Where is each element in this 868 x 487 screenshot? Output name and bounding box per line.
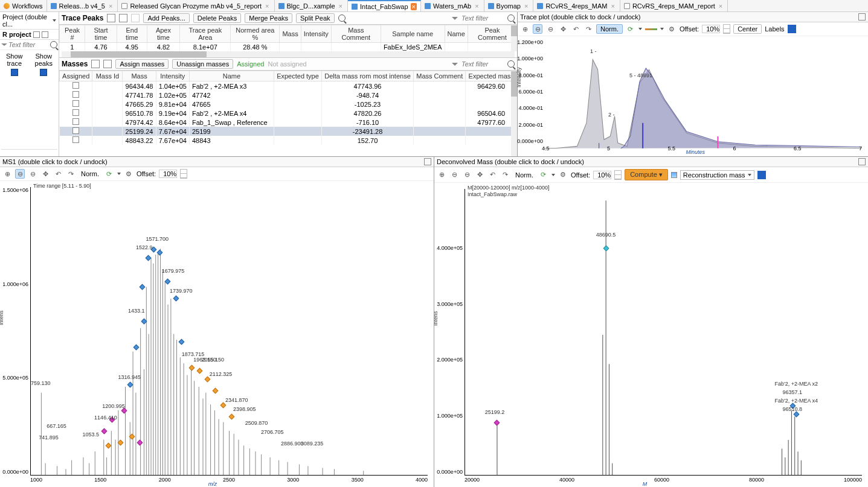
options-icon[interactable]	[131, 14, 140, 22]
col-header[interactable]: Start time	[85, 25, 117, 43]
ms1-plot-area[interactable]: Time range [5.11 - 5.90] 1.500e+06 1.000…	[0, 181, 434, 487]
deconv-plot-area[interactable]: M[20000-120000] m/z[1000-4000] Intact_Fa…	[434, 183, 868, 487]
close-icon[interactable]: ×	[523, 2, 529, 10]
col-header[interactable]: Intensity	[156, 71, 189, 81]
grid-icon[interactable]	[119, 14, 127, 22]
list-icon[interactable]	[107, 14, 115, 22]
col-header[interactable]: Peak #	[60, 25, 85, 43]
grid-icon[interactable]	[103, 60, 112, 68]
filter-icon[interactable]	[1, 43, 7, 46]
col-header[interactable]: Delta mass rom most intense	[322, 71, 414, 81]
tab-intact-fabswap[interactable]: Intact_FabSwap×	[348, 0, 421, 11]
search-icon[interactable]	[338, 14, 346, 22]
settings-icon[interactable]: ⚙	[124, 169, 133, 179]
trace-style-icon[interactable]	[645, 28, 657, 30]
list-icon[interactable]	[33, 31, 40, 38]
settings-icon[interactable]: ⚙	[558, 170, 568, 180]
col-header[interactable]: Assigned	[60, 71, 92, 81]
sidebar-filter-input[interactable]	[8, 41, 49, 48]
close-icon[interactable]: ×	[338, 2, 344, 10]
trace-filter-input[interactable]	[461, 14, 504, 22]
table-row[interactable]: 96434.481.04e+05Fab'2 , +2-MEA x347743.9…	[60, 81, 517, 91]
refresh-icon[interactable]: ⟳	[626, 24, 635, 34]
split-peak-button[interactable]: Split Peak	[296, 13, 335, 23]
chevron-down-icon[interactable]	[638, 28, 642, 30]
color-swatch[interactable]	[757, 171, 766, 179]
close-icon[interactable]: ×	[609, 2, 616, 10]
search-icon[interactable]	[507, 14, 515, 22]
col-header[interactable]: Mass	[123, 71, 156, 81]
table-row[interactable]: 1 4.76 4.95 4.82 8.1e+07 28.48 % FabEx_I…	[60, 43, 517, 52]
grid-icon[interactable]	[42, 31, 48, 38]
col-header[interactable]: Apex time	[147, 25, 180, 43]
chevron-down-icon[interactable]	[660, 28, 664, 30]
tab-blgc[interactable]: Blgc_D...xample×	[275, 0, 349, 11]
table-row[interactable]: 47974.428.64e+04Fab_1_Swap , Reference-7…	[60, 118, 517, 127]
table-row[interactable]: 25199.247.67e+0425199-23491.28	[60, 127, 517, 136]
tab-released-report[interactable]: Released Glycan Prozyme mAb v4_5_report×	[118, 0, 274, 11]
show-trace-checkbox[interactable]	[11, 69, 18, 76]
masses-filter-input[interactable]	[461, 60, 504, 68]
assigned-checkbox[interactable]	[72, 136, 79, 143]
col-header[interactable]: Peak Comment	[468, 25, 516, 43]
trace-plot-title[interactable]: Trace plot (double click to dock / undoc…	[520, 13, 641, 21]
redo-zoom-icon[interactable]: ↷	[66, 169, 76, 179]
assigned-checkbox[interactable]	[72, 100, 79, 107]
table-row[interactable]: 47741.781.02e+0547742-948.74	[60, 91, 517, 100]
col-header[interactable]: Mass Comment	[331, 25, 381, 43]
assigned-checkbox[interactable]	[72, 82, 79, 89]
unassign-masses-button[interactable]: Unassign masses	[172, 59, 233, 69]
zoom-out-icon[interactable]: ⊖	[28, 169, 37, 179]
tab-waters[interactable]: Waters_mAb×	[421, 0, 484, 11]
col-header[interactable]: Name	[445, 25, 468, 43]
assigned-checkbox[interactable]	[72, 127, 79, 134]
offset-spinner[interactable]	[723, 24, 730, 34]
zoom-tool-icon[interactable]: ⊖	[449, 170, 459, 180]
tab-byomap[interactable]: Byomap×	[484, 0, 534, 11]
maximize-icon[interactable]	[424, 158, 431, 165]
compute-button[interactable]: Compute ▾	[625, 169, 668, 180]
add-peaks-button[interactable]: Add Peaks...	[143, 13, 189, 23]
settings-icon[interactable]: ⚙	[667, 24, 677, 34]
col-header[interactable]: Intensity	[301, 25, 331, 43]
maximize-icon[interactable]	[858, 13, 866, 21]
delete-peaks-button[interactable]: Delete Peaks	[193, 13, 241, 23]
tab-rcvrs-report[interactable]: RCvRS_4reps_MAM_report×	[620, 0, 728, 11]
col-header[interactable]: Mass Id	[92, 71, 123, 81]
close-icon[interactable]: ×	[108, 2, 114, 10]
zoom-tool-icon[interactable]: ⊖	[15, 169, 25, 179]
close-icon[interactable]: ×	[474, 2, 480, 10]
refresh-icon[interactable]: ⟳	[539, 170, 548, 180]
col-header[interactable]: End time	[117, 25, 147, 43]
deconv-title[interactable]: Deconvolved Mass (double click to dock /…	[437, 158, 584, 165]
chevron-down-icon[interactable]	[117, 173, 121, 175]
tab-rcvrs[interactable]: RCvRS_4reps_MAM×	[533, 0, 620, 11]
table-row[interactable]: 48843.227.67e+0448843152.70	[60, 136, 517, 145]
center-button[interactable]: Center	[733, 24, 762, 34]
undo-zoom-icon[interactable]: ↶	[487, 170, 497, 180]
notassigned-filter[interactable]: Not assigned	[268, 60, 306, 68]
chevron-down-icon[interactable]	[551, 174, 555, 176]
zoom-in-icon[interactable]: ⊕	[2, 169, 12, 179]
pan-icon[interactable]: ✥	[558, 24, 568, 34]
pan-icon[interactable]: ✥	[475, 170, 484, 180]
zoom-tool-icon[interactable]: ⊖	[533, 24, 542, 34]
search-icon[interactable]	[50, 41, 57, 48]
sort-icon[interactable]	[671, 172, 677, 178]
vertical-scrollbar[interactable]	[511, 25, 517, 51]
offset-input[interactable]	[159, 170, 177, 178]
offset-spinner[interactable]	[180, 169, 187, 179]
assigned-checkbox[interactable]	[72, 109, 79, 116]
col-header[interactable]: Mass Comment	[414, 71, 466, 81]
search-icon[interactable]	[507, 60, 515, 68]
zoom-out-icon[interactable]: ⊖	[462, 170, 472, 180]
assigned-checkbox[interactable]	[72, 91, 79, 98]
col-header[interactable]: Name	[189, 71, 274, 81]
undo-zoom-icon[interactable]: ↶	[53, 169, 63, 179]
tab-releas[interactable]: Releas...b v4_5×	[47, 0, 118, 11]
list-icon[interactable]	[91, 60, 100, 68]
offset-input[interactable]	[702, 25, 720, 33]
horizontal-scrollbar[interactable]	[62, 51, 515, 57]
close-icon[interactable]: ×	[264, 2, 270, 10]
col-header[interactable]: Mass	[280, 25, 301, 43]
